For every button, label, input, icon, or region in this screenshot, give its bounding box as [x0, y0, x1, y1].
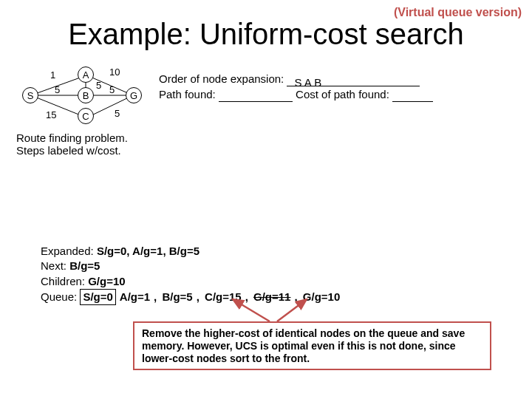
- svg-line-2: [31, 95, 84, 117]
- graph-diagram: S A B C G 1 5 15 5 10 5 5: [22, 65, 155, 128]
- queue-item: C/g=15: [202, 290, 244, 304]
- node-b: B: [78, 87, 94, 103]
- page-title: Example: Uniform-cost search: [0, 18, 532, 51]
- edge-ag: 10: [109, 66, 120, 78]
- edge-sa: 1: [50, 69, 55, 81]
- node-a: A: [78, 66, 94, 83]
- queue-item: G/g=10: [301, 290, 342, 304]
- edge-sc: 15: [46, 109, 56, 120]
- queue-item: S/g=0: [80, 289, 115, 305]
- queue-list: S/g=0A/g=1, B/g=5, C/g=15, G/g=11, G/g=1…: [80, 290, 344, 303]
- edge-ab: 5: [96, 80, 101, 91]
- edge-sb: 5: [55, 84, 60, 95]
- caption-line1: Route finding problem.: [16, 132, 128, 144]
- question-path: Path found: Cost of path found:: [159, 86, 433, 102]
- node-g: G: [126, 87, 142, 103]
- node-c: C: [78, 108, 94, 124]
- node-s: S: [22, 87, 38, 103]
- edge-bg: 5: [109, 84, 115, 95]
- graph-caption: Route finding problem. Steps labeled w/c…: [16, 132, 128, 157]
- questions-block: Order of node expansion: S A B Path foun…: [159, 71, 433, 102]
- blank-cost: [392, 90, 433, 103]
- queue-item: A/g=1: [117, 290, 152, 304]
- queue-item: B/g=5: [160, 290, 194, 304]
- edge-cg: 5: [115, 108, 120, 119]
- blank-path: [219, 90, 293, 103]
- queue-item: G/g=11: [251, 290, 293, 304]
- trace-block: Expanded: S/g=0, A/g=1, B/g=5 Next: B/g=…: [41, 244, 344, 305]
- question-expansion: Order of node expansion: S A B: [159, 71, 433, 86]
- caption-line2: Steps labeled w/cost.: [16, 144, 128, 157]
- note-box: Remove the higher-cost of identical node…: [133, 321, 491, 370]
- answer-expansion: S A B: [287, 75, 420, 87]
